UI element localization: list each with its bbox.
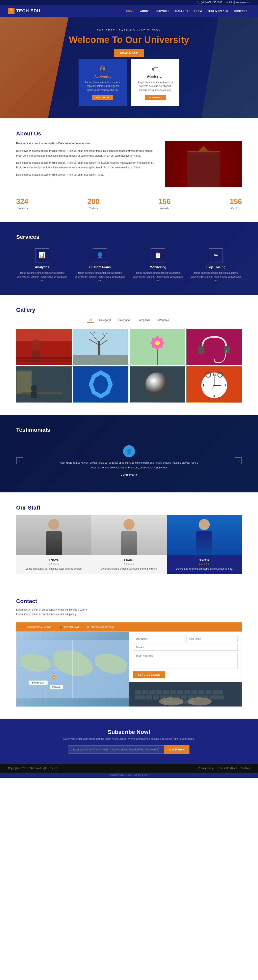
- testimonials-section: Testimonials ‹ 👤 Nam libero tempore, cum…: [0, 415, 258, 492]
- skip-tracing-icon: ✏: [209, 248, 223, 262]
- nav-team[interactable]: TEAM: [191, 8, 205, 14]
- contact-title: Contact: [16, 598, 242, 605]
- contact-intro-1: Lorem ipsum dolor sit amet consec tetuer…: [16, 608, 242, 616]
- filter-cat4[interactable]: Category4: [154, 317, 171, 323]
- admission-title: Admission: [136, 75, 174, 78]
- building-silhouette: [188, 151, 220, 187]
- svg-rect-82: [153, 695, 159, 699]
- email-text: info@example.com: [229, 1, 250, 4]
- stat-visitors: 200 Visitors: [87, 197, 99, 210]
- gallery-item-2[interactable]: [73, 329, 129, 365]
- contact-intro-text-1: Lorem ipsum dolor sit amet consec tetuer…: [16, 608, 87, 611]
- academics-read-more-button[interactable]: READ MORE: [92, 95, 113, 100]
- gallery-item-8[interactable]: 12 3 6 9: [186, 366, 242, 402]
- hero-read-more-button[interactable]: READ MORE: [114, 49, 144, 57]
- svg-rect-32: [17, 371, 31, 393]
- phone-icon: 📞: [197, 1, 200, 4]
- hero-title-highlight: To: [112, 35, 123, 45]
- contact-phone-icon: 📞: [59, 625, 63, 628]
- hero-section: THE BEST LEARNING INSTITUTION Welcome To…: [0, 17, 258, 118]
- gallery-item-6[interactable]: [73, 366, 129, 402]
- svg-point-40: [145, 372, 169, 396]
- gallery-item-7[interactable]: [130, 366, 185, 402]
- nav-home[interactable]: HOME: [123, 8, 137, 14]
- svg-rect-29: [224, 346, 230, 354]
- footer-privacy-link[interactable]: Privacy Policy: [198, 767, 213, 770]
- staff-role-3: ★★★★★: [170, 563, 239, 565]
- testimonials-next-button[interactable]: ›: [235, 457, 242, 465]
- stat-branches-number: 324: [16, 197, 28, 206]
- svg-rect-70: [149, 690, 155, 694]
- svg-text:Manama: Manama: [53, 686, 61, 688]
- nav-services[interactable]: SERVICES: [153, 8, 172, 14]
- svg-rect-78: [205, 690, 212, 694]
- logo[interactable]: T TECH EDU: [8, 8, 40, 14]
- staff-role-2: ★★★★★: [94, 563, 164, 565]
- form-send-button[interactable]: SEND MESSAGE: [133, 671, 165, 678]
- nav-contact[interactable]: CONTACT: [231, 8, 250, 14]
- filter-cat2[interactable]: Category2: [116, 317, 132, 323]
- contact-location: 📍 Southwales Australia: [22, 625, 51, 628]
- academics-title: Academics: [84, 75, 122, 78]
- gallery-item-5[interactable]: [16, 366, 72, 402]
- svg-rect-75: [185, 690, 191, 694]
- staff-desc-1: Donec quis turpis pellentesque justo pul…: [19, 567, 88, 571]
- contact-form: SEND MESSAGE: [129, 632, 242, 682]
- footer-copyright: Copyright © 2016 Tech Edu All Right Rese…: [8, 767, 58, 770]
- subscribe-section: Subscribe Now! Enter your email address …: [0, 719, 258, 764]
- filter-cat3[interactable]: Category3: [135, 317, 151, 323]
- stat-branches-label: Branches: [16, 207, 28, 210]
- svg-point-2: [31, 339, 41, 350]
- watermark-text: 访问印联传媒bbs.simlor.com咨询更多模板: [110, 774, 148, 776]
- form-subject-input[interactable]: [133, 644, 238, 651]
- gallery-item-3[interactable]: [130, 329, 185, 365]
- testimonials-prev-button[interactable]: ‹: [16, 457, 23, 465]
- hero-title: Welcome To Our University: [69, 34, 189, 45]
- analytics-icon: 📊: [35, 248, 49, 262]
- gallery-filter: All Category1 Category2 Category3 Catego…: [16, 317, 242, 323]
- footer-terms-link[interactable]: Terms & Conditions: [217, 767, 237, 770]
- topbar: 📞 (+00) 009 455 4088 ✉ info@example.com: [0, 0, 258, 5]
- staff-title: Our Staff: [16, 504, 242, 511]
- svg-text:12: 12: [213, 373, 216, 376]
- staff-desc-3: Donec quis turpis pellentesque justo pul…: [170, 567, 239, 571]
- filter-cat1[interactable]: Category1: [97, 317, 113, 323]
- form-name-input[interactable]: [133, 636, 185, 642]
- testimonials-name: John Frank: [28, 473, 230, 476]
- nav-gallery[interactable]: GALLERY: [172, 8, 191, 14]
- form-email-input[interactable]: [186, 636, 238, 642]
- services-grid: 📊 Analytics Itaque earum rerum hic tenet…: [16, 248, 242, 283]
- gallery-item-4[interactable]: [186, 329, 242, 365]
- staff-card-1: 1 NAME ★★★★★ Donec quis turpis pellentes…: [16, 515, 91, 574]
- testimonials-slider: ‹ 👤 Nam libero tempore, cum soluta nobis…: [16, 441, 242, 480]
- subscribe-button[interactable]: SUBSCRIBE: [164, 745, 190, 754]
- form-message-textarea[interactable]: [133, 653, 238, 669]
- hero-title-pre: Welcome: [69, 35, 112, 45]
- svg-rect-81: [146, 695, 152, 699]
- subscribe-email-input[interactable]: [68, 745, 164, 754]
- admission-icon: 🏷: [136, 65, 174, 73]
- svg-rect-77: [199, 690, 205, 694]
- about-grid: Roin val evim nev ipsum frckibus.Duis au…: [16, 141, 242, 187]
- svg-rect-6: [16, 363, 72, 365]
- nav-testimonials[interactable]: TESTIMONIALS: [205, 8, 231, 14]
- staff-grid: 1 NAME ★★★★★ Donec quis turpis pellentes…: [16, 515, 242, 574]
- staff-info-2: 1 NAME ★★★★★ Donec quis turpis pellentes…: [91, 555, 167, 574]
- svg-point-25: [155, 340, 160, 345]
- stats-row: 324 Branches 200 Visitors 156 Awards 156…: [16, 193, 242, 210]
- svg-text:6: 6: [213, 395, 215, 398]
- admission-read-more-button[interactable]: READ MORE: [145, 95, 166, 100]
- about-para-3: Duis nirvmed massa at sem frngilla bland…: [16, 172, 157, 177]
- footer-sitemap-link[interactable]: Site Map: [240, 767, 250, 770]
- nav-about[interactable]: ABOUT: [137, 8, 153, 14]
- custom-plans-name: Custom Plans: [74, 266, 126, 269]
- about-title: About Us: [16, 130, 242, 137]
- about-section: About Us Roin val evim nev ipsum frckibu…: [0, 118, 258, 222]
- svg-rect-79: [213, 690, 223, 694]
- contact-photo: [129, 682, 242, 706]
- filter-all[interactable]: All: [87, 317, 94, 323]
- contact-location-text: Southwales Australia: [27, 625, 51, 628]
- svg-point-92: [159, 697, 183, 705]
- gallery-item-1[interactable]: [16, 329, 72, 365]
- academics-icon: 🏛: [84, 65, 122, 73]
